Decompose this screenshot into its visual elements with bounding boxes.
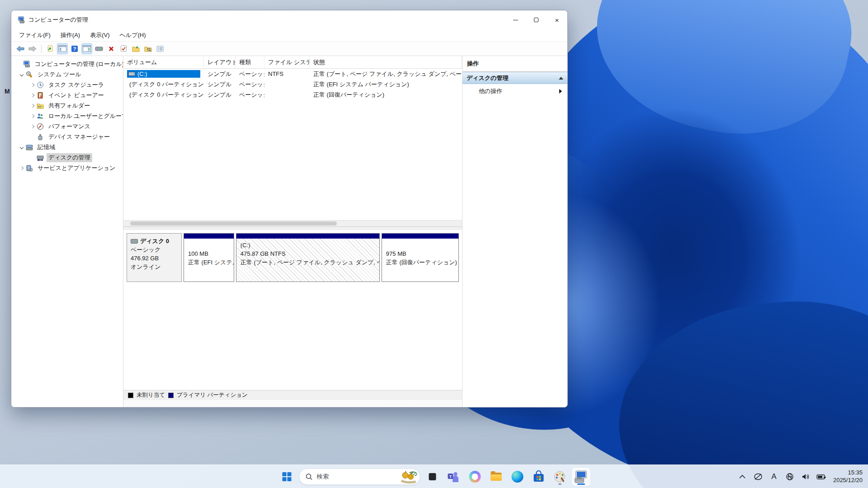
chevron-down-icon[interactable]	[18, 146, 26, 149]
show-console-tree-button[interactable]	[57, 43, 68, 54]
chevron-right-icon[interactable]	[28, 125, 37, 128]
column-header-layout[interactable]: レイアウト	[204, 56, 236, 68]
menu-action[interactable]: 操作(A)	[57, 30, 84, 41]
tree-item-shared-folders[interactable]: 共有フォルダー	[11, 100, 123, 111]
help-button[interactable]: ?	[69, 43, 80, 54]
column-header-volume[interactable]: ボリューム	[123, 56, 204, 68]
battery-button[interactable]	[815, 469, 828, 485]
show-action-pane-button[interactable]	[81, 43, 92, 54]
title-bar[interactable]: コンピューターの管理 ×	[11, 10, 567, 29]
taskbar: 検索 T	[0, 465, 868, 488]
menu-help[interactable]: ヘルプ(H)	[116, 30, 150, 41]
open-button[interactable]	[130, 43, 141, 54]
back-icon	[16, 46, 24, 52]
file-explorer-button[interactable]	[487, 468, 505, 486]
minimize-icon	[513, 20, 518, 20]
explore-button[interactable]	[142, 43, 153, 54]
window-footer-strip	[123, 400, 462, 407]
tray-expand-button[interactable]	[736, 469, 749, 485]
volume-row-c[interactable]: (C:) シンプル ベーシック NTFS 正常 (ブート, ページ ファイル, …	[123, 69, 462, 79]
mark-partition-active-button[interactable]	[118, 43, 129, 54]
tree-item-services-and-applications[interactable]: サービスとアプリケーション	[11, 163, 123, 173]
desktop-icon-label: M	[5, 88, 10, 95]
battery-saver-icon	[816, 473, 826, 480]
touchpad-status-button[interactable]	[751, 469, 765, 485]
partition-color-band	[236, 234, 379, 239]
volume-button[interactable]	[799, 469, 812, 485]
delete-icon	[108, 46, 114, 52]
windows-logo-icon	[283, 472, 292, 481]
menu-view[interactable]: 表示(V)	[86, 30, 113, 41]
refresh-button[interactable]	[45, 43, 56, 54]
tree-item-storage[interactable]: 記憶域	[11, 142, 123, 152]
column-header-status[interactable]: 状態	[310, 56, 462, 68]
forward-button[interactable]	[27, 43, 38, 54]
tree-item-device-manager[interactable]: デバイス マネージャー	[11, 131, 123, 142]
scrollbar-thumb[interactable]	[130, 221, 337, 225]
ime-mode-button[interactable]: A	[767, 469, 781, 485]
column-header-filesystem[interactable]: ファイル システム	[264, 56, 310, 68]
toolbar: ?	[11, 42, 567, 56]
partition-efi[interactable]: 100 MB 正常 (EFI システム パーティション)	[184, 233, 234, 282]
tree-item-system-tools[interactable]: システム ツール	[11, 69, 123, 80]
chevron-right-icon[interactable]	[28, 84, 37, 86]
tree-item-computer-management-root[interactable]: コンピューターの管理 (ローカル)	[11, 59, 123, 69]
maximize-button[interactable]	[526, 10, 547, 29]
network-status-button[interactable]	[783, 469, 797, 485]
chevron-up-icon	[739, 475, 745, 479]
partition-c[interactable]: (C:) 475.87 GB NTFS 正常 (ブート, ページ ファイル, ク…	[236, 233, 380, 282]
performance-icon	[37, 123, 44, 130]
computer-management-window: コンピューターの管理 × ファイル(F) 操作(A) 表示(V) ヘルプ(H)	[11, 10, 568, 408]
partition-color-band	[382, 234, 458, 239]
collapse-icon[interactable]	[559, 77, 563, 80]
legend-primary-label: プライマリ パーティション	[177, 391, 248, 399]
tree-item-local-users-and-groups[interactable]: ローカル ユーザーとグループ	[11, 111, 123, 121]
computer-management-taskbar-button[interactable]	[572, 468, 590, 486]
selected-volume-cell[interactable]: (C:)	[127, 70, 200, 78]
start-button[interactable]	[278, 468, 296, 486]
users-icon	[37, 113, 44, 120]
chevron-right-icon[interactable]	[28, 115, 37, 117]
computer-management-icon	[574, 470, 589, 483]
edge-button[interactable]	[509, 468, 527, 486]
tree-item-event-viewer[interactable]: イベント ビューアー	[11, 90, 123, 100]
teams-button[interactable]: T	[445, 468, 463, 486]
close-button[interactable]: ×	[547, 10, 567, 29]
search-box[interactable]: 検索	[299, 469, 420, 485]
column-header-type[interactable]: 種類	[236, 56, 264, 68]
event-viewer-icon	[37, 92, 44, 99]
chevron-right-icon[interactable]	[18, 167, 26, 169]
minimize-button[interactable]	[505, 10, 526, 29]
desktop: M コンピューターの管理 × ファイル(F) 操作(A) 表示(V) ヘルプ(H…	[0, 0, 868, 488]
volume-row-partition4[interactable]: (ディスク 0 パーティション 4) シンプル ベーシック 正常 (回復パーティ…	[123, 89, 462, 100]
touchpad-off-icon	[754, 473, 763, 480]
volume-icon	[128, 72, 135, 76]
submenu-arrow-icon	[559, 89, 562, 94]
chevron-down-icon[interactable]	[18, 73, 26, 76]
chevron-right-icon[interactable]	[28, 94, 37, 97]
rescan-disks-button[interactable]	[94, 43, 104, 54]
tree-item-task-scheduler[interactable]: タスク スケジューラ	[11, 80, 123, 90]
actions-group-disk-management[interactable]: ディスクの管理	[462, 72, 567, 84]
menu-file[interactable]: ファイル(F)	[15, 30, 55, 41]
volume-row-partition1[interactable]: (ディスク 0 パーティション 1) シンプル ベーシック 正常 (EFI シス…	[123, 79, 462, 89]
properties-button[interactable]	[155, 43, 165, 54]
paint-button[interactable]	[551, 468, 569, 486]
pane-splitter[interactable]	[123, 227, 462, 230]
copilot-button[interactable]	[466, 468, 484, 486]
horizontal-scrollbar[interactable]	[123, 220, 462, 226]
tree-item-disk-management[interactable]: ディスクの管理	[11, 152, 123, 163]
disk-size: 476.92 GB	[131, 254, 178, 263]
taskbar-clock[interactable]: 15:35 2025/12/20	[830, 469, 863, 484]
delete-volume-button[interactable]	[106, 43, 117, 54]
back-button[interactable]	[15, 43, 26, 54]
disk-icon	[131, 239, 138, 244]
partition-recovery[interactable]: 975 MB 正常 (回復パーティション)	[382, 233, 459, 282]
tree-item-performance[interactable]: パフォーマンス	[11, 121, 123, 131]
disk0-info-block[interactable]: ディスク 0 ベーシック 476.92 GB オンライン	[127, 233, 182, 282]
task-view-button[interactable]	[424, 468, 442, 486]
actions-pane-title: 操作	[462, 56, 567, 72]
more-actions-item[interactable]: 他の操作	[462, 84, 567, 99]
store-button[interactable]	[530, 468, 548, 486]
chevron-right-icon[interactable]	[28, 104, 37, 107]
